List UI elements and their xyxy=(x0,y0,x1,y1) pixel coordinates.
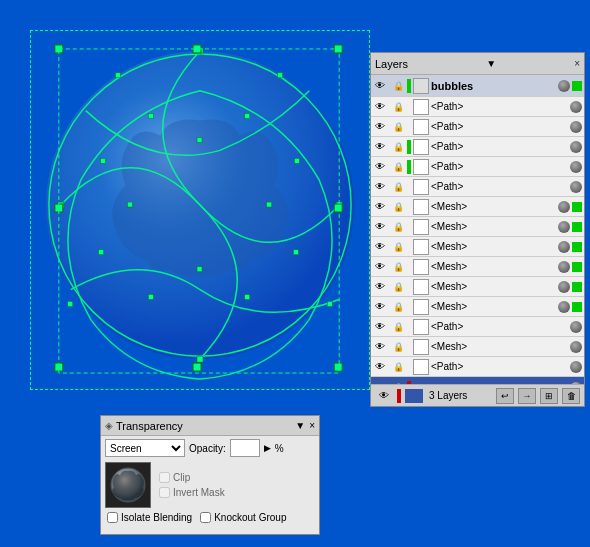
blend-mode-select[interactable]: Screen xyxy=(105,439,185,457)
eye-icon[interactable]: 👁 xyxy=(372,319,388,335)
layer-row-mesh5[interactable]: 👁 🔒 <Mesh> xyxy=(371,277,584,297)
layer-row-path6[interactable]: 👁 🔒 <Path> xyxy=(371,317,584,337)
layer-ball xyxy=(570,321,582,333)
eye-icon[interactable]: 👁 xyxy=(372,239,388,255)
percent-label: % xyxy=(275,443,284,454)
clip-checkbox-row: Clip xyxy=(159,472,225,483)
layer-thumbnail xyxy=(413,219,429,235)
layer-name: <Path> xyxy=(431,141,570,152)
layer-thumbnail xyxy=(413,78,429,94)
layer-row-bg[interactable]: 👁 🔒 BG xyxy=(371,377,584,384)
eye-icon[interactable]: 👁 xyxy=(372,78,388,94)
transparency-panel-close[interactable]: × xyxy=(309,420,315,431)
layer-color-indicator xyxy=(407,160,411,174)
svg-rect-11 xyxy=(267,202,272,207)
layers-panel-close[interactable]: × xyxy=(574,58,580,69)
layer-thumbnail xyxy=(413,199,429,215)
opacity-arrow[interactable]: ▶ xyxy=(264,443,271,453)
layer-name: <Path> xyxy=(431,321,570,332)
layer-thumbnail xyxy=(413,359,429,375)
layer-name: <Path> xyxy=(431,181,570,192)
lock-icon: 🔒 xyxy=(390,359,406,375)
layer-row-path3[interactable]: 👁 🔒 <Path> xyxy=(371,137,584,157)
knockout-group-checkbox[interactable] xyxy=(200,512,211,523)
blend-opacity-row: Screen Opacity: ▶ % xyxy=(101,436,319,460)
eye-icon-footer[interactable]: 👁 xyxy=(376,388,392,404)
isolate-blending-checkbox[interactable] xyxy=(107,512,118,523)
svg-rect-29 xyxy=(334,204,342,212)
layer-name: <Mesh> xyxy=(431,221,558,232)
eye-icon[interactable]: 👁 xyxy=(372,339,388,355)
layer-ball xyxy=(570,141,582,153)
layer-name: <Path> xyxy=(431,121,570,132)
layer-row-mesh7[interactable]: 👁 🔒 <Mesh> xyxy=(371,337,584,357)
invert-mask-checkbox[interactable] xyxy=(159,487,170,498)
layer-name: <Mesh> xyxy=(431,261,558,272)
eye-icon[interactable]: 👁 xyxy=(372,279,388,295)
layer-thumbnail xyxy=(413,239,429,255)
layer-ball xyxy=(570,341,582,353)
layers-options-btn[interactable]: ↩ xyxy=(496,388,514,404)
transparency-panel: ◈ Transparency ▼ × Screen Opacity: ▶ % xyxy=(100,415,320,535)
layer-row-path5[interactable]: 👁 🔒 <Path> xyxy=(371,177,584,197)
layers-panel-title: Layers xyxy=(375,58,408,70)
layer-ball xyxy=(558,241,570,253)
layer-thumbnail xyxy=(413,259,429,275)
layer-row-bubbles[interactable]: 👁 🔒 bubbles xyxy=(371,75,584,97)
mask-checkboxes: Clip Invert Mask xyxy=(159,462,225,508)
layer-row-mesh6[interactable]: 👁 🔒 <Mesh> xyxy=(371,297,584,317)
layer-thumbnail xyxy=(413,119,429,135)
layer-row-path7[interactable]: 👁 🔒 <Path> xyxy=(371,357,584,377)
layers-add-btn[interactable]: → xyxy=(518,388,536,404)
layer-thumbnail xyxy=(413,99,429,115)
layer-thumbnail xyxy=(413,159,429,175)
eye-icon[interactable]: 👁 xyxy=(372,219,388,235)
object-thumbnail xyxy=(105,462,151,508)
lock-icon: 🔒 xyxy=(390,339,406,355)
layer-row-mesh1[interactable]: 👁 🔒 <Mesh> xyxy=(371,197,584,217)
layer-ball xyxy=(558,281,570,293)
opacity-input[interactable] xyxy=(230,439,260,457)
footer-red-bar xyxy=(397,389,401,403)
layer-row-mesh4[interactable]: 👁 🔒 <Mesh> xyxy=(371,257,584,277)
layers-delete-btn[interactable]: 🗑 xyxy=(562,388,580,404)
layer-row-path2[interactable]: 👁 🔒 <Path> xyxy=(371,117,584,137)
knockout-group-row: Knockout Group xyxy=(200,512,286,523)
layer-ball xyxy=(570,161,582,173)
layers-panel-menu-icon[interactable]: ▼ xyxy=(486,58,496,69)
layer-green-sq xyxy=(572,202,582,212)
layer-name: <Mesh> xyxy=(431,201,558,212)
layer-thumbnail xyxy=(413,139,429,155)
eye-icon[interactable]: 👁 xyxy=(372,159,388,175)
svg-rect-25 xyxy=(334,363,342,371)
layers-panel: Layers ▼ × 👁 🔒 bubbles 👁 🔒 <Path> 👁 🔒 xyxy=(370,52,585,407)
layer-thumbnail xyxy=(413,339,429,355)
svg-rect-9 xyxy=(327,301,332,306)
layer-thumbnail xyxy=(413,299,429,315)
clip-checkbox[interactable] xyxy=(159,472,170,483)
eye-icon[interactable]: 👁 xyxy=(372,259,388,275)
layer-row-path1[interactable]: 👁 🔒 <Path> xyxy=(371,97,584,117)
layer-row-mesh2[interactable]: 👁 🔒 <Mesh> xyxy=(371,217,584,237)
layers-merge-btn[interactable]: ⊞ xyxy=(540,388,558,404)
svg-rect-12 xyxy=(197,137,202,142)
eye-icon[interactable]: 👁 xyxy=(372,359,388,375)
eye-icon[interactable]: 👁 xyxy=(372,179,388,195)
panel-menu-icon[interactable]: ▼ xyxy=(295,420,305,431)
layer-thumbnail xyxy=(413,179,429,195)
layer-name: <Mesh> xyxy=(431,341,570,352)
lock-icon: 🔒 xyxy=(390,259,406,275)
eye-icon[interactable]: 👁 xyxy=(372,99,388,115)
layer-color-indicator xyxy=(407,140,411,154)
layer-row-mesh3[interactable]: 👁 🔒 <Mesh> xyxy=(371,237,584,257)
eye-icon[interactable]: 👁 xyxy=(372,119,388,135)
lock-icon: 🔒 xyxy=(390,239,406,255)
eye-icon[interactable]: 👁 xyxy=(372,199,388,215)
svg-rect-10 xyxy=(127,202,132,207)
layers-list: 👁 🔒 bubbles 👁 🔒 <Path> 👁 🔒 <Path> xyxy=(371,75,584,384)
eye-icon[interactable]: 👁 xyxy=(372,139,388,155)
layer-row-path4[interactable]: 👁 🔒 <Path> xyxy=(371,157,584,177)
eye-icon[interactable]: 👁 xyxy=(372,299,388,315)
layer-name: <Path> xyxy=(431,361,570,372)
lock-icon[interactable]: 🔒 xyxy=(390,78,406,94)
